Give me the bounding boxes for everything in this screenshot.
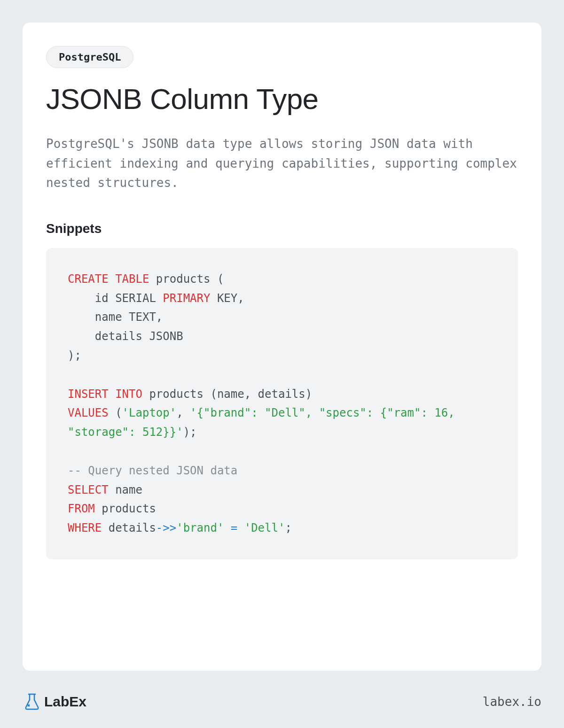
logo: LabEx — [23, 692, 86, 711]
logo-text: LabEx — [44, 694, 86, 710]
flask-icon — [23, 692, 41, 711]
content-card: PostgreSQL JSONB Column Type PostgreSQL'… — [23, 23, 541, 671]
description-text: PostgreSQL's JSONB data type allows stor… — [46, 134, 518, 193]
section-title: Snippets — [46, 221, 518, 236]
page-title: JSONB Column Type — [46, 82, 518, 116]
code-snippet: CREATE TABLE products ( id SERIAL PRIMAR… — [46, 248, 518, 559]
site-url: labex.io — [483, 695, 541, 709]
category-tag: PostgreSQL — [46, 46, 133, 68]
footer: LabEx labex.io — [23, 692, 541, 711]
